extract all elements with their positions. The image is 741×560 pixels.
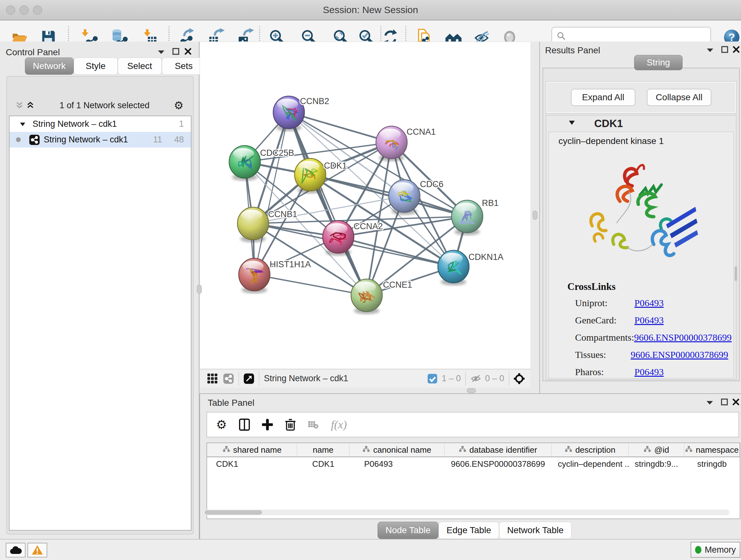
delete-column-trash-icon[interactable] bbox=[285, 420, 296, 429]
table-row[interactable]: CDK1CDK1P064939606.ENSP00000378699cyclin… bbox=[207, 457, 740, 471]
crosshair-icon[interactable] bbox=[514, 374, 525, 383]
hidden-eye-icon[interactable] bbox=[470, 374, 481, 383]
cell-canonical-name[interactable]: P06493 bbox=[349, 459, 445, 469]
memory-button[interactable]: Memory bbox=[690, 542, 740, 558]
results-scrollbar-thumb[interactable] bbox=[735, 266, 737, 281]
vertical-splitter[interactable] bbox=[530, 42, 539, 387]
tab-network[interactable]: Network bbox=[25, 57, 74, 75]
column-label: shared name bbox=[233, 445, 282, 455]
add-column-icon[interactable] bbox=[262, 420, 273, 429]
network-status-dot bbox=[16, 137, 21, 142]
node-label-CDC6: CDC6 bbox=[420, 179, 444, 189]
selected-count: 1 – 0 bbox=[442, 374, 461, 383]
tab-style[interactable]: Style bbox=[74, 57, 118, 75]
column-header-database-identifier[interactable]: database identifier bbox=[445, 443, 551, 456]
float-panel-icon[interactable] bbox=[719, 397, 730, 407]
expand-all-button[interactable]: Expand All bbox=[571, 89, 635, 106]
crosslink-link[interactable]: 9606.ENSP00000378699 bbox=[630, 349, 728, 360]
node-RB1[interactable] bbox=[452, 200, 483, 235]
tab-edge-table[interactable]: Edge Table bbox=[439, 522, 499, 539]
crosslink-row: Pharos:P06493 bbox=[575, 363, 728, 381]
tab-sets[interactable]: Sets bbox=[162, 57, 206, 75]
left-splitter-handle[interactable] bbox=[197, 285, 202, 294]
collapse-all-button[interactable]: Collapse All bbox=[647, 89, 711, 106]
node-CDC25B[interactable] bbox=[229, 145, 260, 181]
expand-all-networks-icon[interactable] bbox=[25, 101, 36, 110]
node-CDKN1A[interactable] bbox=[438, 250, 469, 286]
panel-menu-icon[interactable] bbox=[156, 47, 166, 57]
network-graph[interactable]: CCNB2CCNA1CDC25BCDK1CDC6RB1CCNB1CCNA2CDK… bbox=[200, 42, 530, 369]
close-panel-icon[interactable] bbox=[183, 47, 193, 56]
collection-expander-icon[interactable] bbox=[17, 119, 28, 129]
close-panel-icon[interactable] bbox=[731, 45, 741, 54]
control-panel-title: Control Panel bbox=[6, 47, 60, 57]
crosslink-link[interactable]: P06493 bbox=[634, 315, 664, 326]
cell-namespace[interactable]: stringdb bbox=[684, 459, 740, 469]
cell-name[interactable]: CDK1 bbox=[297, 459, 349, 469]
crosslink-link[interactable]: 9606.ENSP00000378699 bbox=[634, 332, 732, 343]
node-CCNE1[interactable] bbox=[351, 279, 382, 314]
network-canvas[interactable]: CCNB2CCNA1CDC25BCDK1CDC6RB1CCNB1CCNA2CDK… bbox=[200, 42, 530, 369]
cell-shared-name[interactable]: CDK1 bbox=[207, 459, 297, 469]
column-type-icon bbox=[643, 445, 651, 455]
table-horizontal-scrollbar[interactable] bbox=[203, 509, 730, 515]
float-panel-icon[interactable] bbox=[719, 45, 730, 54]
close-panel-icon[interactable] bbox=[731, 397, 741, 407]
application-window: Session: New Session bbox=[0, 0, 741, 560]
node-CDC6[interactable] bbox=[389, 180, 420, 215]
network-collection-row[interactable]: String Network – cdk1 1 bbox=[10, 116, 191, 132]
tab-string[interactable]: String bbox=[634, 55, 683, 70]
results-panel-title: Results Panel bbox=[545, 45, 600, 56]
column-header-@id[interactable]: @id bbox=[629, 443, 684, 456]
network-row-selected[interactable]: String Network – cdk1 11 48 bbox=[10, 132, 191, 147]
node-CCNA2[interactable] bbox=[323, 221, 354, 256]
selected-checkbox-icon[interactable] bbox=[427, 374, 438, 383]
crosslink-link[interactable]: P06493 bbox=[634, 367, 664, 377]
section-expander-icon[interactable] bbox=[569, 120, 575, 126]
grid-view-icon[interactable] bbox=[207, 374, 218, 383]
collapse-all-networks-icon[interactable] bbox=[14, 101, 25, 110]
node-CCNA1[interactable] bbox=[376, 126, 407, 161]
warnings-button[interactable] bbox=[27, 543, 47, 557]
crosslink-row: Compartments:9606.ENSP00000378699 bbox=[575, 329, 728, 346]
panel-menu-icon[interactable] bbox=[704, 398, 715, 408]
column-type-icon bbox=[222, 445, 230, 455]
node-HIST1H1A[interactable] bbox=[239, 258, 270, 294]
panel-menu-icon[interactable] bbox=[704, 45, 716, 55]
column-type-icon bbox=[564, 445, 572, 455]
detach-view-icon[interactable] bbox=[244, 374, 254, 383]
search-input[interactable] bbox=[566, 31, 701, 42]
cell-description[interactable]: cyclin–dependent ... bbox=[551, 459, 629, 469]
float-panel-icon[interactable] bbox=[171, 47, 181, 56]
network-view-share-icon[interactable] bbox=[223, 374, 234, 383]
show-columns-icon[interactable] bbox=[239, 420, 250, 429]
column-type-icon bbox=[362, 445, 370, 455]
expand-collapse-bar: Expand All Collapse All bbox=[546, 81, 737, 114]
table-settings-gear-icon[interactable]: ⚙ bbox=[216, 418, 227, 432]
splitter-handle[interactable] bbox=[467, 388, 476, 393]
column-header-shared-name[interactable]: shared name bbox=[207, 443, 297, 456]
horizontal-splitter[interactable] bbox=[199, 388, 530, 393]
node-label-CCNE1: CCNE1 bbox=[383, 280, 412, 290]
crosslink-row: Uniprot:P06493 bbox=[575, 294, 728, 312]
crosslink-link[interactable]: P06493 bbox=[634, 298, 664, 308]
cell-@id[interactable]: stringdb:9... bbox=[629, 459, 684, 469]
column-header-name[interactable]: name bbox=[297, 443, 349, 456]
splitter-handle[interactable] bbox=[533, 211, 537, 220]
node-CDK1[interactable] bbox=[294, 159, 326, 193]
column-header-canonical-name[interactable]: canonical name bbox=[349, 443, 445, 456]
tab-network-table[interactable]: Network Table bbox=[499, 522, 571, 539]
network-share-icon bbox=[29, 135, 40, 145]
tab-select[interactable]: Select bbox=[118, 57, 162, 75]
gear-icon[interactable]: ⚙ bbox=[173, 101, 184, 110]
cloud-button[interactable] bbox=[6, 543, 25, 557]
node-CCNB1[interactable] bbox=[238, 207, 269, 242]
column-header-description[interactable]: description bbox=[551, 443, 629, 456]
hidden-count: 0 – 0 bbox=[485, 374, 504, 383]
tab-node-table[interactable]: Node Table bbox=[378, 522, 439, 539]
column-label: database identifier bbox=[469, 445, 537, 455]
scrollbar-thumb[interactable] bbox=[205, 510, 262, 515]
cell-database-identifier[interactable]: 9606.ENSP00000378699 bbox=[445, 459, 551, 469]
edge-count: 48 bbox=[174, 135, 184, 145]
column-header-namespace[interactable]: namespace bbox=[684, 443, 740, 456]
